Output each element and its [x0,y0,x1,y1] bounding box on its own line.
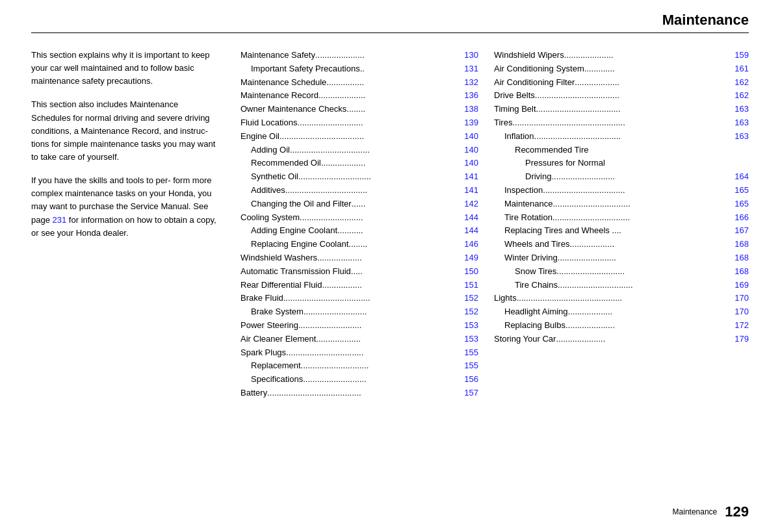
toc-label: Brake Fluid [240,292,283,305]
toc-page-num[interactable]: 168 [734,238,749,251]
toc-page-num[interactable]: 162 [734,76,749,90]
toc-label: Maintenance Safety [240,49,315,62]
toc-label: Replacing Bulbs [504,319,566,333]
toc-page-num[interactable]: 159 [734,49,749,62]
toc-label: Replacement [251,359,301,373]
toc-page-num[interactable]: 131 [464,62,478,76]
toc-label: Pressures for Normal [525,157,605,170]
toc-dots: ........... [337,224,462,238]
intro-paragraph: If you have the skills and tools to per-… [31,174,220,240]
toc-label: Snow Tires [515,265,556,279]
toc-page-num[interactable]: 163 [734,130,749,144]
footer-label: Maintenance [673,507,718,516]
toc-dots: .................... [318,89,462,103]
toc-dots: ................................ [558,279,732,292]
toc-label: Maintenance [504,197,552,211]
toc-label: Changing the Oil and Filter [251,197,352,211]
toc-page-num[interactable]: 151 [464,279,478,292]
toc-entry: Battery.................................… [240,386,478,400]
toc-dots: .................................... [536,103,733,116]
page-title: Maintenance [662,12,749,29]
toc-entry: Recommended Oil...................140 [240,157,478,170]
toc-page-num[interactable]: 164 [734,170,749,184]
toc-dots: ................................. [552,197,732,211]
toc-dots: ..................................... [283,292,462,305]
toc-label: Additives [251,184,285,197]
toc-label: Replacing Tires and Wheels .... [504,224,621,238]
toc-dots: ................... [575,76,732,90]
toc-entry: Changing the Oil and Filter......142 [240,197,478,211]
toc-dots: ............................. [556,265,732,279]
toc-page-num[interactable]: 156 [464,373,478,386]
toc-entry: Cooling System..........................… [240,211,478,225]
toc-page-num[interactable]: 130 [464,49,478,62]
toc-page-num[interactable]: 161 [734,62,749,76]
toc-label: Tires [494,116,512,130]
toc-dots: ................... [568,305,733,319]
toc-page-num[interactable]: 168 [734,251,749,265]
toc-dots: ..... [351,265,462,279]
toc-entry: Fluid Locations.........................… [240,116,478,130]
toc-entry: Air Conditioning System.............161 [494,62,749,76]
toc-page-num[interactable]: 165 [734,197,749,211]
toc-page-num[interactable]: 150 [464,265,478,279]
toc-label: Tire Chains [515,279,558,292]
toc-dots: ........ [346,103,462,116]
toc-label: Specifications [251,373,303,386]
toc-page-num[interactable]: 140 [464,157,478,170]
toc-entry: Adding Engine Coolant...........144 [240,224,478,238]
page-link[interactable]: 231 [53,215,67,225]
toc-page-num[interactable]: 170 [734,292,749,305]
toc-page-num[interactable]: 146 [464,238,478,251]
toc-label: Driving [525,170,551,184]
toc-page-num[interactable]: 140 [464,144,478,157]
toc-page-num[interactable]: 155 [464,359,478,373]
toc-page-num[interactable]: 155 [464,346,478,360]
toc-entry: Pressures for Normal [494,157,749,170]
toc-page-num[interactable]: 170 [734,305,749,319]
toc-page-num[interactable]: 157 [464,386,478,400]
toc-page-num[interactable]: 166 [734,211,749,225]
toc-page-num[interactable]: 144 [464,224,478,238]
toc-page-num[interactable]: 149 [464,251,478,265]
toc-page-num[interactable]: 140 [464,130,478,144]
toc-entry: Replacing Tires and Wheels ....167 [494,224,749,238]
toc-label: Fluid Locations [240,116,297,130]
toc-page-num[interactable]: 168 [734,265,749,279]
toc-label: Air Cleaner Element [240,333,316,346]
toc-entry: Maintenance Safety.....................1… [240,49,478,62]
toc-dots: ................................... [285,184,462,197]
toc-page-num[interactable]: 141 [464,184,478,197]
toc-page-num[interactable]: 138 [464,103,478,116]
toc-page-num[interactable]: 163 [734,116,749,130]
toc-label: Brake System [251,305,304,319]
toc-entry: Timing Belt.............................… [494,103,749,116]
toc-page-num[interactable]: 142 [464,197,478,211]
toc-page-num[interactable]: 152 [464,305,478,319]
toc-label: Inflation [504,130,534,144]
toc-page-num[interactable]: 153 [464,319,478,333]
toc-page-num[interactable]: 172 [734,319,749,333]
toc-page-num[interactable]: 152 [464,292,478,305]
toc-page-num[interactable]: 167 [734,224,749,238]
toc-page-num[interactable]: 165 [734,184,749,197]
toc-page-num[interactable]: 153 [464,333,478,346]
toc-label: Drive Belts [494,89,535,103]
toc-page-num[interactable]: 144 [464,211,478,225]
toc-page-num[interactable]: 169 [734,279,749,292]
toc-dots: ................... [321,157,462,170]
toc-page-num[interactable]: 162 [734,89,749,103]
toc-page-num[interactable]: 139 [464,116,478,130]
toc-page-num[interactable]: 179 [734,333,749,346]
toc-dots: ................. [322,279,462,292]
toc-entry: Power Steering..........................… [240,319,478,333]
toc-page-num[interactable]: 136 [464,89,478,103]
page: Maintenance This section explains why it… [0,0,780,532]
toc-label: Replacing Engine Coolant [251,238,348,251]
toc-page-num[interactable]: 141 [464,170,478,184]
toc-page-num[interactable]: 132 [464,76,478,90]
toc-page-num[interactable]: 163 [734,103,749,116]
toc-entry: Tire Chains.............................… [494,279,749,292]
toc-entry: Tire Rotation...........................… [494,211,749,225]
toc-label: Rear Differential Fluid [240,279,322,292]
